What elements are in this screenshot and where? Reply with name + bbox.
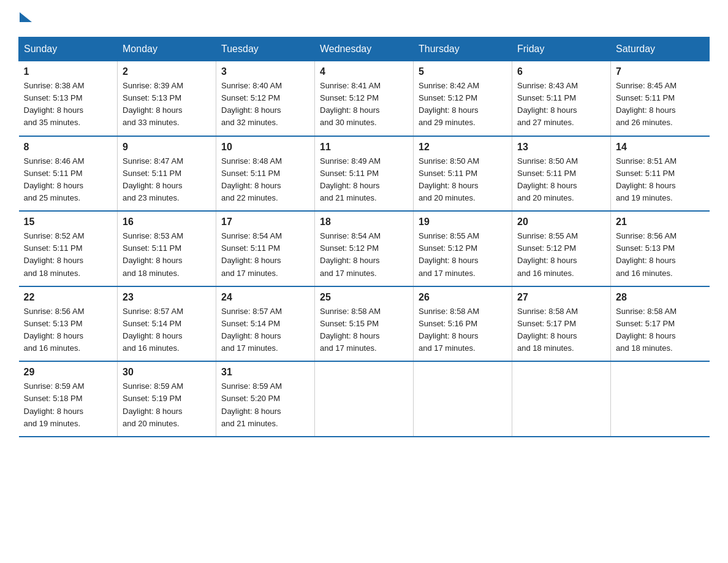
day-number: 12: [419, 142, 507, 153]
calendar-cell: 31Sunrise: 8:59 AMSunset: 5:20 PMDayligh…: [216, 361, 315, 437]
day-number: 6: [517, 66, 605, 77]
day-number: 17: [221, 216, 309, 228]
day-info: Sunrise: 8:58 AMSunset: 5:17 PMDaylight:…: [517, 305, 605, 355]
day-number: 25: [320, 292, 408, 303]
calendar-cell: 10Sunrise: 8:48 AMSunset: 5:11 PMDayligh…: [216, 136, 315, 212]
day-info: Sunrise: 8:56 AMSunset: 5:13 PMDaylight:…: [616, 230, 705, 280]
calendar-cell: 30Sunrise: 8:59 AMSunset: 5:19 PMDayligh…: [118, 361, 216, 437]
day-info: Sunrise: 8:47 AMSunset: 5:11 PMDaylight:…: [123, 155, 211, 205]
day-number: 15: [24, 216, 113, 228]
calendar-cell: 2Sunrise: 8:39 AMSunset: 5:13 PMDaylight…: [118, 61, 216, 136]
calendar-cell: 20Sunrise: 8:55 AMSunset: 5:12 PMDayligh…: [512, 211, 611, 286]
day-info: Sunrise: 8:58 AMSunset: 5:17 PMDaylight:…: [616, 305, 705, 355]
day-info: Sunrise: 8:54 AMSunset: 5:11 PMDaylight:…: [221, 230, 309, 280]
day-info: Sunrise: 8:54 AMSunset: 5:12 PMDaylight:…: [320, 230, 408, 280]
day-info: Sunrise: 8:55 AMSunset: 5:12 PMDaylight:…: [419, 230, 507, 280]
day-number: 27: [517, 292, 605, 303]
calendar-cell: [315, 361, 414, 437]
calendar-cell: 15Sunrise: 8:52 AMSunset: 5:11 PMDayligh…: [19, 211, 118, 286]
day-number: 3: [221, 66, 309, 77]
calendar-cell: [414, 361, 512, 437]
day-info: Sunrise: 8:45 AMSunset: 5:11 PMDaylight:…: [616, 80, 705, 129]
calendar-cell: 11Sunrise: 8:49 AMSunset: 5:11 PMDayligh…: [315, 136, 414, 212]
calendar-cell: 21Sunrise: 8:56 AMSunset: 5:13 PMDayligh…: [611, 211, 710, 286]
day-number: 10: [221, 142, 309, 153]
day-info: Sunrise: 8:52 AMSunset: 5:11 PMDaylight:…: [24, 230, 113, 280]
calendar-cell: 29Sunrise: 8:59 AMSunset: 5:18 PMDayligh…: [19, 361, 118, 437]
day-number: 4: [320, 66, 408, 77]
day-number: 2: [123, 66, 211, 77]
day-info: Sunrise: 8:59 AMSunset: 5:18 PMDaylight:…: [24, 380, 113, 430]
calendar-cell: 8Sunrise: 8:46 AMSunset: 5:11 PMDaylight…: [19, 136, 118, 212]
day-number: 18: [320, 216, 408, 228]
day-number: 13: [517, 142, 605, 153]
calendar-cell: 13Sunrise: 8:50 AMSunset: 5:11 PMDayligh…: [512, 136, 611, 212]
day-number: 8: [24, 142, 113, 153]
day-number: 11: [320, 142, 408, 153]
calendar-cell: 27Sunrise: 8:58 AMSunset: 5:17 PMDayligh…: [512, 286, 611, 362]
calendar-cell: 26Sunrise: 8:58 AMSunset: 5:16 PMDayligh…: [414, 286, 512, 362]
logo-triangle-icon: [20, 12, 32, 22]
day-info: Sunrise: 8:51 AMSunset: 5:11 PMDaylight:…: [616, 155, 705, 205]
calendar-cell: 18Sunrise: 8:54 AMSunset: 5:12 PMDayligh…: [315, 211, 414, 286]
day-info: Sunrise: 8:56 AMSunset: 5:13 PMDaylight:…: [24, 305, 113, 355]
calendar-cell: 9Sunrise: 8:47 AMSunset: 5:11 PMDaylight…: [118, 136, 216, 212]
calendar-cell: 23Sunrise: 8:57 AMSunset: 5:14 PMDayligh…: [118, 286, 216, 362]
day-number: 22: [24, 292, 113, 303]
calendar-cell: 22Sunrise: 8:56 AMSunset: 5:13 PMDayligh…: [19, 286, 118, 362]
day-info: Sunrise: 8:41 AMSunset: 5:12 PMDaylight:…: [320, 80, 408, 129]
calendar-cell: 1Sunrise: 8:38 AMSunset: 5:13 PMDaylight…: [19, 61, 118, 136]
day-number: 19: [419, 216, 507, 228]
calendar-cell: 17Sunrise: 8:54 AMSunset: 5:11 PMDayligh…: [216, 211, 315, 286]
calendar-header: Sunday Monday Tuesday Wednesday Thursday…: [19, 37, 710, 61]
calendar-cell: 28Sunrise: 8:58 AMSunset: 5:17 PMDayligh…: [611, 286, 710, 362]
day-number: 28: [616, 292, 705, 303]
calendar-cell: 19Sunrise: 8:55 AMSunset: 5:12 PMDayligh…: [414, 211, 512, 286]
day-info: Sunrise: 8:59 AMSunset: 5:20 PMDaylight:…: [221, 380, 309, 430]
calendar-cell: 12Sunrise: 8:50 AMSunset: 5:11 PMDayligh…: [414, 136, 512, 212]
day-number: 16: [123, 216, 211, 228]
day-info: Sunrise: 8:58 AMSunset: 5:15 PMDaylight:…: [320, 305, 408, 355]
day-number: 26: [419, 292, 507, 303]
day-info: Sunrise: 8:46 AMSunset: 5:11 PMDaylight:…: [24, 155, 113, 205]
calendar-cell: 14Sunrise: 8:51 AMSunset: 5:11 PMDayligh…: [611, 136, 710, 212]
calendar-body: 1Sunrise: 8:38 AMSunset: 5:13 PMDaylight…: [19, 61, 710, 437]
calendar-cell: 16Sunrise: 8:53 AMSunset: 5:11 PMDayligh…: [118, 211, 216, 286]
calendar-cell: 5Sunrise: 8:42 AMSunset: 5:12 PMDaylight…: [414, 61, 512, 136]
calendar-cell: 3Sunrise: 8:40 AMSunset: 5:12 PMDaylight…: [216, 61, 315, 136]
page-header: [18, 12, 710, 25]
day-number: 29: [24, 367, 113, 378]
day-number: 23: [123, 292, 211, 303]
day-info: Sunrise: 8:50 AMSunset: 5:11 PMDaylight:…: [419, 155, 507, 205]
day-info: Sunrise: 8:48 AMSunset: 5:11 PMDaylight:…: [221, 155, 309, 205]
header-monday: Monday: [118, 37, 216, 61]
calendar-cell: [512, 361, 611, 437]
day-info: Sunrise: 8:58 AMSunset: 5:16 PMDaylight:…: [419, 305, 507, 355]
day-number: 30: [123, 367, 211, 378]
logo: [18, 12, 32, 25]
day-number: 14: [616, 142, 705, 153]
calendar-cell: 4Sunrise: 8:41 AMSunset: 5:12 PMDaylight…: [315, 61, 414, 136]
day-info: Sunrise: 8:57 AMSunset: 5:14 PMDaylight:…: [221, 305, 309, 355]
day-info: Sunrise: 8:42 AMSunset: 5:12 PMDaylight:…: [419, 80, 507, 129]
day-number: 7: [616, 66, 705, 77]
day-number: 21: [616, 216, 705, 228]
day-info: Sunrise: 8:43 AMSunset: 5:11 PMDaylight:…: [517, 80, 605, 129]
day-number: 5: [419, 66, 507, 77]
header-sunday: Sunday: [19, 37, 118, 61]
day-number: 31: [221, 367, 309, 378]
day-info: Sunrise: 8:40 AMSunset: 5:12 PMDaylight:…: [221, 80, 309, 129]
day-number: 24: [221, 292, 309, 303]
calendar-cell: 7Sunrise: 8:45 AMSunset: 5:11 PMDaylight…: [611, 61, 710, 136]
calendar-cell: [611, 361, 710, 437]
day-number: 9: [123, 142, 211, 153]
calendar-cell: 24Sunrise: 8:57 AMSunset: 5:14 PMDayligh…: [216, 286, 315, 362]
calendar-cell: 25Sunrise: 8:58 AMSunset: 5:15 PMDayligh…: [315, 286, 414, 362]
header-saturday: Saturday: [611, 37, 710, 61]
day-info: Sunrise: 8:39 AMSunset: 5:13 PMDaylight:…: [123, 80, 211, 129]
header-wednesday: Wednesday: [315, 37, 414, 61]
header-tuesday: Tuesday: [216, 37, 315, 61]
day-info: Sunrise: 8:53 AMSunset: 5:11 PMDaylight:…: [123, 230, 211, 280]
calendar-cell: 6Sunrise: 8:43 AMSunset: 5:11 PMDaylight…: [512, 61, 611, 136]
calendar-table: Sunday Monday Tuesday Wednesday Thursday…: [18, 37, 710, 437]
